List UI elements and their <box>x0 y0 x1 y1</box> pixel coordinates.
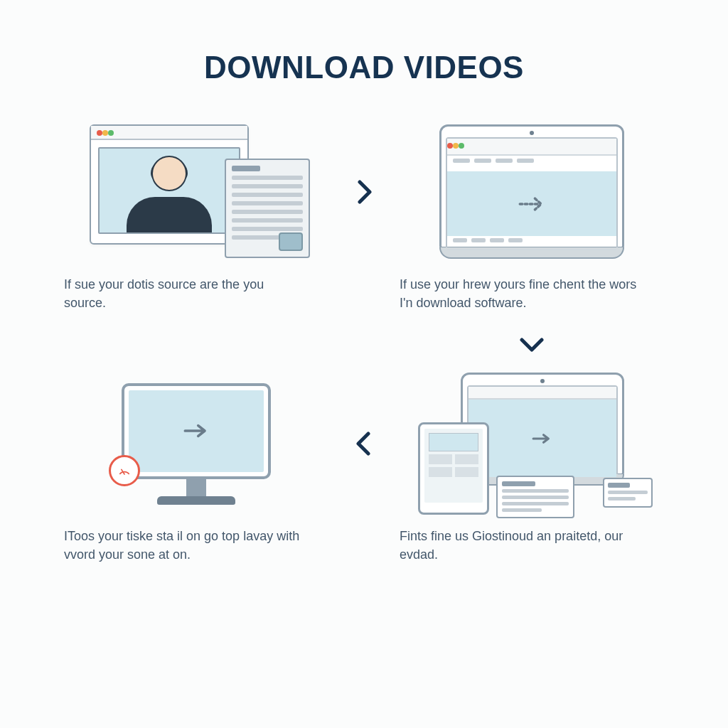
step-4-illustration <box>400 376 664 511</box>
step-4: Fints fine us Giostinoud an praitetd, ou… <box>400 376 664 564</box>
chevron-down-icon <box>518 330 546 358</box>
step-3-illustration <box>64 376 328 511</box>
step-3: IToos your tiske sta il on go top lavay … <box>64 376 328 564</box>
step-2-caption: If use your hrew yours fine chent the wo… <box>400 275 641 312</box>
tag-badge-icon <box>279 232 303 251</box>
step-2: If use your hrew yours fine chent the wo… <box>400 124 664 312</box>
arrow-right-icon <box>529 428 556 449</box>
step-1-caption: If sue your dotis source are the you sou… <box>64 275 306 312</box>
step-1-illustration <box>64 124 328 259</box>
arrow-1-to-2 <box>336 124 392 259</box>
desktop-monitor-icon <box>114 383 278 505</box>
download-gauge-icon <box>109 455 140 486</box>
step-1: If sue your dotis source are the you sou… <box>64 124 328 312</box>
page-title: DOWNLOAD VIDEOS <box>64 50 664 85</box>
person-avatar-icon <box>127 161 212 232</box>
step-2-illustration <box>400 124 664 259</box>
step-4-caption: Fints fine us Giostinoud an praitetd, ou… <box>400 527 641 564</box>
chevron-right-icon <box>350 178 378 206</box>
card-icon <box>603 478 653 508</box>
arrow-right-icon <box>180 420 213 441</box>
multi-device-icon <box>418 373 646 515</box>
chevron-left-icon <box>350 429 378 458</box>
arrow-4-to-3 <box>336 376 392 511</box>
document-panel-icon <box>225 159 310 258</box>
document-icon <box>496 476 574 518</box>
page: DOWNLOAD VIDEOS <box>0 0 728 728</box>
arrow-right-icon <box>516 193 547 215</box>
video-preview-icon <box>98 147 240 234</box>
step-3-caption: IToos your tiske sta il on go top lavay … <box>64 527 306 564</box>
steps-grid: If sue your dotis source are the you sou… <box>64 124 664 564</box>
laptop-icon <box>439 124 624 259</box>
arrow-2-to-4 <box>400 319 664 369</box>
tablet-icon <box>418 422 489 515</box>
